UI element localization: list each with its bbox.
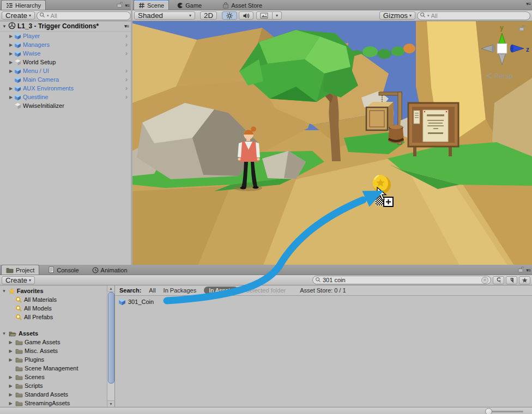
expander-icon[interactable]: ▶ bbox=[8, 357, 14, 362]
2d-toggle-button[interactable]: 2D bbox=[200, 11, 217, 20]
hierarchy-item-menu-ui[interactable]: ▶ Menu / UI › bbox=[0, 66, 131, 75]
scroll-down-icon[interactable]: ▼ bbox=[107, 400, 114, 407]
expander-icon[interactable]: ▶ bbox=[8, 86, 14, 91]
shading-mode-dropdown[interactable]: Shaded ▾ bbox=[134, 11, 195, 20]
barrel[interactable] bbox=[388, 125, 404, 143]
expander-icon[interactable]: ▶ bbox=[8, 375, 14, 380]
expander-icon[interactable]: ▶ bbox=[8, 340, 14, 345]
folder-scripts[interactable]: ▶ Scripts bbox=[0, 381, 114, 390]
folder-game-assets[interactable]: ▶ Game Assets bbox=[0, 338, 114, 346]
prefab-chevron-icon[interactable]: › bbox=[125, 33, 128, 39]
hierarchy-create-button[interactable]: Create ▾ bbox=[2, 11, 35, 20]
tab-project[interactable]: Project bbox=[1, 265, 39, 275]
hierarchy-item-wwise[interactable]: ▶ Wwise › bbox=[0, 49, 131, 58]
lighting-toggle-button[interactable] bbox=[222, 11, 237, 20]
effects-toggle-button[interactable] bbox=[256, 11, 273, 20]
hierarchy-item-aux-environments[interactable]: ▶ AUX Environments › bbox=[0, 84, 131, 93]
hierarchy-item-wwiseinitializer[interactable]: WwiseInitializer bbox=[0, 101, 131, 110]
scene-header-menu-icon[interactable]: ▾≡ bbox=[124, 23, 129, 29]
search-by-type-button[interactable] bbox=[493, 276, 504, 284]
effects-dropdown-button[interactable]: ▾ bbox=[273, 11, 282, 20]
expander-icon[interactable]: ▶ bbox=[8, 392, 14, 397]
prefab-chevron-icon[interactable]: › bbox=[125, 68, 128, 74]
hierarchy-item-player[interactable]: ▶ Player › bbox=[0, 32, 131, 40]
tab-game[interactable]: Game bbox=[172, 1, 206, 10]
scope-selected-folder[interactable]: Selected folder bbox=[246, 287, 286, 294]
slider-knob[interactable] bbox=[485, 408, 492, 414]
favorite-all-materials[interactable]: All Materials bbox=[0, 295, 114, 304]
scrollbar-thumb[interactable] bbox=[108, 292, 114, 383]
assets-root[interactable]: ▼ Assets bbox=[0, 329, 114, 338]
search-by-label-button[interactable] bbox=[506, 276, 517, 284]
prefab-chevron-icon[interactable]: › bbox=[125, 86, 128, 91]
scene-header-row[interactable]: ▼ L1_3 - Trigger Conditions* ▾≡ bbox=[0, 21, 131, 32]
audio-toggle-button[interactable] bbox=[239, 11, 253, 20]
scene-viewport[interactable]: y z Persp bbox=[132, 21, 532, 265]
expander-icon[interactable]: ▶ bbox=[8, 42, 14, 47]
prefab-chevron-icon[interactable]: › bbox=[125, 77, 128, 82]
expander-icon[interactable]: ▶ bbox=[8, 69, 14, 74]
folder-streamingassets[interactable]: ▶ StreamingAssets bbox=[0, 399, 114, 407]
folder-scene-management[interactable]: Scene Management bbox=[0, 364, 114, 373]
hierarchy-search-input[interactable] bbox=[51, 13, 128, 19]
scope-all[interactable]: All bbox=[149, 287, 155, 294]
folder-misc-assets[interactable]: ▶ Misc. Assets bbox=[0, 346, 114, 355]
scene-search[interactable]: ▾ bbox=[417, 11, 530, 20]
save-search-button[interactable]: ★ bbox=[519, 276, 530, 284]
folder-scenes[interactable]: ▶ Scenes bbox=[0, 373, 114, 381]
search-clear-icon[interactable]: × bbox=[481, 277, 488, 284]
tab-asset-store[interactable]: Asset Store bbox=[218, 1, 267, 10]
hierarchy-item-questline[interactable]: ▶ Questline › bbox=[0, 93, 131, 101]
panel-menu-icon[interactable]: ▾≡ bbox=[526, 1, 530, 7]
expander-icon[interactable]: ▶ bbox=[8, 349, 14, 354]
favorite-all-models[interactable]: All Models bbox=[0, 304, 114, 313]
favorites-header[interactable]: ▼ ★ Favorites bbox=[0, 287, 114, 295]
expander-open-icon[interactable]: ▼ bbox=[1, 289, 7, 294]
hierarchy-item-main-camera[interactable]: Main Camera › bbox=[0, 75, 131, 84]
result-301-coin[interactable]: 301_Coin bbox=[118, 297, 189, 306]
panel-menu-icon[interactable]: ▾≡ bbox=[125, 3, 129, 8]
hierarchy-item-world-setup[interactable]: ▶ World Setup bbox=[0, 58, 131, 66]
project-search[interactable]: × bbox=[312, 276, 491, 284]
lock-icon[interactable] bbox=[116, 1, 123, 9]
expander-open-icon[interactable]: ▼ bbox=[2, 24, 7, 29]
prefab-chevron-icon[interactable]: › bbox=[125, 51, 128, 56]
scope-in-assets[interactable]: In Assets bbox=[204, 287, 238, 294]
scope-in-packages[interactable]: In Packages bbox=[164, 287, 197, 294]
folder-label: Scene Management bbox=[25, 365, 78, 372]
tab-hierarchy[interactable]: Hierarchy bbox=[1, 0, 46, 10]
project-search-input[interactable] bbox=[323, 277, 480, 283]
tab-console[interactable]: Console bbox=[44, 265, 83, 275]
scope-asset-store[interactable]: Asset Store: 0 / 1 bbox=[300, 287, 346, 294]
expander-icon[interactable]: ▶ bbox=[8, 60, 14, 65]
expander-icon[interactable]: ▶ bbox=[8, 383, 14, 388]
search-filter-dropdown-icon[interactable]: ▾ bbox=[47, 14, 49, 18]
project-create-button[interactable]: Create ▾ bbox=[2, 276, 35, 284]
lock-icon[interactable] bbox=[517, 266, 524, 274]
scroll-up-icon[interactable]: ▲ bbox=[107, 285, 114, 292]
favorite-all-prefabs[interactable]: All Prefabs bbox=[0, 313, 114, 321]
assets-label: Assets bbox=[19, 330, 38, 337]
prefab-cube-icon bbox=[14, 33, 21, 40]
shading-mode-label: Shaded bbox=[138, 11, 163, 20]
folder-scrollbar[interactable]: ▲ ▼ bbox=[107, 285, 114, 407]
folder-plugins[interactable]: ▶ Plugins bbox=[0, 355, 114, 364]
crate[interactable] bbox=[366, 102, 394, 130]
hierarchy-search[interactable]: ▾ bbox=[37, 11, 131, 20]
tab-scene[interactable]: Scene bbox=[134, 0, 169, 10]
tab-animation[interactable]: Animation bbox=[88, 265, 132, 275]
thumbnail-size-slider[interactable] bbox=[485, 410, 523, 413]
scene-search-input[interactable] bbox=[431, 13, 528, 19]
gizmos-dropdown[interactable]: Gizmos ▾ bbox=[379, 11, 415, 20]
expander-icon[interactable]: ▶ bbox=[8, 34, 14, 39]
expander-icon[interactable]: ▶ bbox=[8, 401, 14, 406]
expander-open-icon[interactable]: ▼ bbox=[1, 331, 7, 336]
prefab-chevron-icon[interactable]: › bbox=[125, 42, 128, 47]
prefab-chevron-icon[interactable]: › bbox=[125, 94, 128, 100]
search-filter-dropdown-icon[interactable]: ▾ bbox=[427, 14, 430, 18]
hierarchy-item-managers[interactable]: ▶ Managers › bbox=[0, 40, 131, 49]
folder-standard-assets[interactable]: ▶ Standard Assets bbox=[0, 390, 114, 399]
expander-icon[interactable]: ▶ bbox=[8, 51, 14, 56]
expander-icon[interactable]: ▶ bbox=[8, 95, 14, 100]
panel-menu-icon[interactable]: ▾≡ bbox=[526, 267, 530, 273]
